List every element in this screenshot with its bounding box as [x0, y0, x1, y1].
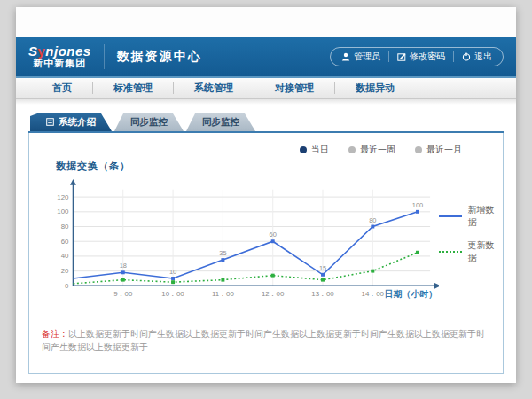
- chart-row: 0204060801001209：0010：0011：0012：0013：001…: [36, 175, 503, 308]
- change-password-button[interactable]: 修改密码: [397, 51, 445, 63]
- svg-text:15: 15: [319, 264, 326, 272]
- radio-dot: [300, 146, 307, 153]
- legend-line-dotted: [439, 251, 462, 253]
- chart-panel: 当日 最近一周 最近一月 数据交换（条） 0204060801001209：00…: [28, 133, 504, 374]
- svg-text:13：00: 13：00: [311, 290, 334, 298]
- chart-legend: 新增数据 更新数据: [439, 204, 503, 264]
- svg-text:12：00: 12：00: [262, 290, 285, 298]
- nav-item-data-change[interactable]: 数据异动: [335, 78, 415, 98]
- chart-svg: 0204060801001209：0010：0011：0012：0013：001…: [36, 175, 439, 308]
- radio-label: 当日: [311, 144, 329, 156]
- svg-text:120: 120: [57, 193, 69, 201]
- svg-text:10: 10: [169, 268, 176, 276]
- current-user-label: 管理员: [354, 51, 380, 63]
- tab-system-intro[interactable]: 系统介绍: [30, 113, 112, 131]
- svg-text:10：00: 10：00: [161, 290, 184, 298]
- svg-text:14：00: 14：00: [362, 290, 385, 298]
- tab-label: 系统介绍: [59, 116, 96, 129]
- tab-bar: 系统介绍 同步监控 同步监控: [30, 113, 516, 131]
- logout-label: 退出: [474, 51, 492, 63]
- svg-text:11：00: 11：00: [212, 290, 234, 298]
- current-user[interactable]: 管理员: [341, 51, 380, 63]
- radio-label: 最近一月: [426, 144, 462, 156]
- radio-dot: [415, 146, 422, 153]
- footnote: 备注：以上数据更新于时间产生数据以上数据更新于时间产生数据以上数据更新于时间产生…: [42, 327, 490, 354]
- tab-sync-monitor-2[interactable]: 同步监控: [186, 113, 255, 131]
- logout-button[interactable]: 退出: [462, 51, 492, 63]
- footnote-text: 以上数据更新于时间产生数据以上数据更新于时间产生数据以上数据更新于时间产生数据以…: [42, 329, 485, 352]
- nav-shadow: [16, 99, 516, 105]
- page-top-strip: [16, 7, 516, 37]
- radio-today[interactable]: 当日: [300, 144, 329, 156]
- logo-wordmark: Synjones: [28, 44, 91, 59]
- user-toolbar: 管理员 修改密码 退出: [330, 47, 504, 66]
- logo-company-name: 新中新集团: [33, 59, 86, 69]
- legend-label: 新增数据: [468, 204, 503, 229]
- svg-text:100: 100: [57, 207, 69, 215]
- svg-text:100: 100: [412, 201, 423, 209]
- svg-text:0: 0: [65, 282, 69, 290]
- legend-label: 更新数据: [468, 239, 503, 264]
- range-filters: 当日 最近一周 最近一月: [29, 133, 503, 156]
- svg-text:35: 35: [219, 249, 226, 257]
- company-logo: Synjones 新中新集团: [28, 44, 104, 68]
- change-password-label: 修改密码: [410, 51, 445, 63]
- radio-last-month[interactable]: 最近一月: [415, 144, 462, 156]
- nav-item-standard-mgmt[interactable]: 标准管理: [93, 78, 173, 98]
- svg-text:80: 80: [369, 216, 376, 224]
- nav-item-home[interactable]: 首页: [32, 78, 92, 98]
- radio-dot: [348, 146, 356, 153]
- footnote-label: 备注：: [42, 329, 68, 339]
- user-icon: [341, 52, 350, 61]
- svg-text:80: 80: [61, 223, 69, 231]
- radio-label: 最近一周: [360, 144, 395, 156]
- svg-text:18: 18: [120, 262, 127, 270]
- svg-text:60: 60: [270, 231, 277, 239]
- tab-label: 同步监控: [202, 116, 239, 129]
- svg-text:40: 40: [61, 252, 69, 260]
- pill-separator: [453, 51, 454, 62]
- svg-text:20: 20: [61, 267, 69, 275]
- main-nav: 首页 标准管理 系统管理 对接管理 数据异动: [16, 78, 516, 99]
- nav-item-interface-mgmt[interactable]: 对接管理: [254, 78, 334, 98]
- header-divider: [104, 44, 105, 69]
- document-icon: [46, 117, 54, 128]
- radio-last-week[interactable]: 最近一周: [348, 144, 395, 156]
- edit-icon: [397, 52, 406, 61]
- legend-entry-new-data: 新增数据: [439, 204, 503, 229]
- legend-entry-update-data: 更新数据: [439, 239, 503, 264]
- app-header: Synjones 新中新集团 数据资源中心 管理员 修改密码: [16, 37, 516, 78]
- page-title: 数据资源中心: [117, 49, 202, 65]
- svg-text:9：00: 9：00: [113, 290, 133, 298]
- tab-label: 同步监控: [130, 116, 168, 129]
- page-card: Synjones 新中新集团 数据资源中心 管理员 修改密码: [16, 7, 516, 383]
- power-icon: [462, 52, 471, 61]
- pill-separator: [388, 51, 389, 62]
- svg-text:60: 60: [61, 238, 69, 246]
- y-axis-title: 数据交换（条）: [56, 160, 503, 173]
- nav-item-system-mgmt[interactable]: 系统管理: [174, 78, 254, 98]
- svg-text:日期（小时）: 日期（小时）: [385, 289, 437, 299]
- tab-sync-monitor-1[interactable]: 同步监控: [114, 113, 184, 131]
- legend-line-solid: [439, 215, 462, 217]
